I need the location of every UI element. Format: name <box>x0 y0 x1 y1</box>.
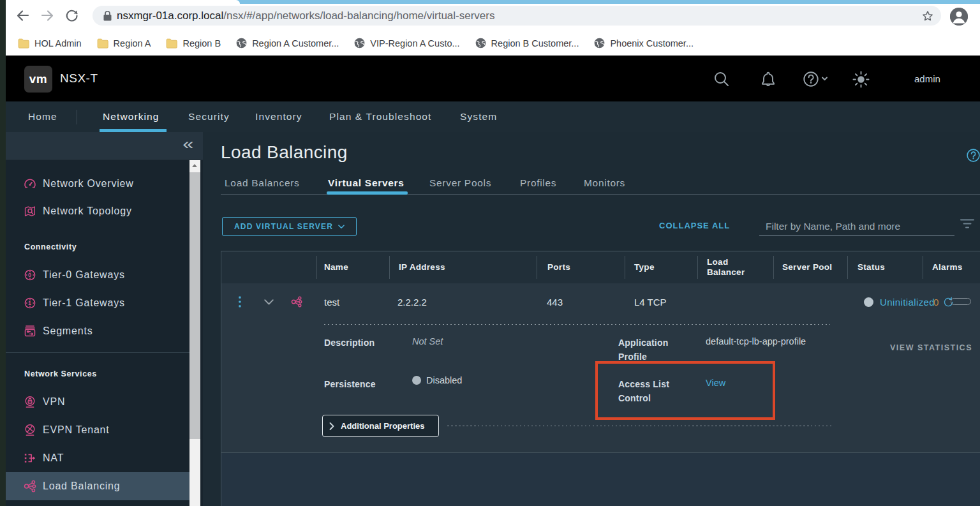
nav-tab-inventory[interactable]: Inventory <box>255 101 302 132</box>
bookmark-label: Region B Customer... <box>491 38 579 48</box>
vmware-logo[interactable]: vm <box>24 66 52 93</box>
bookmark-star-icon[interactable] <box>921 10 934 22</box>
segments-icon <box>24 325 36 338</box>
status-pill-icon <box>951 298 971 305</box>
notifications-bell-icon[interactable] <box>760 71 776 87</box>
nsx-app-header: vm NSX-T admin <box>0 56 980 101</box>
url-text[interactable]: nsxmgr-01a.corp.local/nsx/#/app/networks… <box>117 10 494 22</box>
nav-tab-networking[interactable]: Networking <box>103 101 160 132</box>
tier1-gateways-icon: 1 <box>24 297 36 309</box>
collapse-sidebar-icon[interactable]: « <box>182 135 193 153</box>
bookmark-hol-admin[interactable]: HOL Admin <box>18 38 82 48</box>
row-expand-chevron-icon[interactable] <box>264 283 274 320</box>
user-menu[interactable]: admin <box>914 56 940 101</box>
main-content: Load Balancing Load Balancers Virtual Se… <box>203 132 980 506</box>
sidebar-item-tier1-gateways[interactable]: 1 Tier-1 Gateways <box>6 289 189 317</box>
nav-tab-home[interactable]: Home <box>28 101 57 132</box>
column-header-alarms[interactable]: Alarms <box>932 251 963 283</box>
help-menu-icon[interactable] <box>803 71 828 87</box>
sidebar-item-label: EVPN Tenant <box>43 424 110 436</box>
cell-status: Uninitialized <box>864 283 935 320</box>
forward-icon[interactable] <box>40 8 55 24</box>
column-header-server-pool[interactable]: Server Pool <box>782 251 832 283</box>
row-menu-kebab-icon[interactable] <box>239 283 241 320</box>
nat-icon <box>24 452 36 465</box>
sidebar-item-nat[interactable]: NAT <box>6 444 189 472</box>
bookmark-region-b[interactable]: Region B <box>166 38 221 48</box>
column-separator <box>923 256 923 279</box>
url-host: nsxmgr-01a.corp.local <box>117 10 223 22</box>
sidebar-item-tier0-gateways[interactable]: 0 Tier-0 Gateways <box>6 261 189 289</box>
column-header-load-balancer[interactable]: Load Balancer <box>707 251 766 283</box>
details-bottom-rule <box>221 452 980 453</box>
sidebar-item-label: Load Balancing <box>43 480 121 492</box>
column-header-ports[interactable]: Ports <box>547 251 570 283</box>
column-header-ip-address[interactable]: IP Address <box>399 251 445 283</box>
collapse-all-link[interactable]: COLLAPSE ALL <box>659 221 730 230</box>
tab-server-pools[interactable]: Server Pools <box>429 177 491 193</box>
bookmark-region-a[interactable]: Region A <box>97 38 151 48</box>
dotted-separator <box>324 324 830 325</box>
cell-name[interactable]: test <box>324 283 339 320</box>
evpn-tenant-icon <box>24 424 36 436</box>
search-icon[interactable] <box>713 71 730 87</box>
bookmark-label: Region A <box>114 38 151 48</box>
bookmarks-bar: HOL Admin Region A Region B Region A Cus… <box>0 31 980 56</box>
scrollbar-up-arrow[interactable] <box>189 160 200 171</box>
theme-sun-icon[interactable] <box>852 71 870 88</box>
application-profile-label: Application Profile <box>618 336 676 364</box>
sidebar-item-label: VPN <box>43 396 65 408</box>
filter-input[interactable] <box>759 219 954 236</box>
folder-icon <box>18 38 29 48</box>
dotted-separator <box>447 426 831 426</box>
sidebar-section-connectivity: Connectivity <box>24 242 77 251</box>
sidebar-item-network-overview[interactable]: Network Overview <box>6 170 189 198</box>
filter-icon[interactable] <box>960 219 974 230</box>
bookmark-vip-region-a[interactable]: VIP-Region A Custo... <box>354 38 459 48</box>
cell-alarms: 0 <box>933 283 939 320</box>
persistence-label: Persistence <box>324 377 376 391</box>
sidebar-item-evpn-tenant[interactable]: EVPN Tenant <box>6 416 189 444</box>
tier0-gateways-icon: 0 <box>24 269 36 281</box>
column-separator <box>316 256 317 279</box>
reload-icon[interactable] <box>64 8 80 24</box>
bookmark-label: HOL Admin <box>34 38 82 48</box>
sidebar: « Network Overview Network Topology Conn… <box>6 132 203 506</box>
sidebar-item-segments[interactable]: Segments <box>6 317 189 345</box>
column-header-type[interactable]: Type <box>634 251 655 283</box>
add-virtual-server-button[interactable]: ADD VIRTUAL SERVER <box>222 217 357 236</box>
page-help-icon[interactable] <box>967 149 980 162</box>
column-separator <box>537 256 537 279</box>
screen: nsxmgr-01a.corp.local/nsx/#/app/networks… <box>0 0 980 506</box>
scrollbar-thumb[interactable] <box>189 172 200 439</box>
table-row[interactable]: test 2.2.2.2 443 L4 TCP Uninitialized 0 <box>221 283 980 320</box>
column-header-status[interactable]: Status <box>858 251 885 283</box>
sidebar-item-vpn[interactable]: VPN <box>6 388 189 416</box>
bookmark-phoenix-customer[interactable]: Phoenix Customer... <box>594 38 694 48</box>
nav-tab-system[interactable]: System <box>460 101 497 132</box>
back-icon[interactable] <box>15 8 31 24</box>
sidebar-item-load-balancing[interactable]: Load Balancing <box>6 472 189 500</box>
nav-tab-plan-troubleshoot[interactable]: Plan & Troubleshoot <box>329 101 432 132</box>
tab-monitors[interactable]: Monitors <box>584 177 625 193</box>
address-bar[interactable]: nsxmgr-01a.corp.local/nsx/#/app/networks… <box>93 6 941 26</box>
folder-icon <box>97 38 108 48</box>
view-statistics-link[interactable]: VIEW STATISTICS <box>890 343 972 352</box>
browser-profile-avatar[interactable] <box>950 8 968 26</box>
annotation-highlight-rectangle <box>595 361 775 420</box>
sidebar-divider <box>6 352 189 353</box>
sidebar-scrollbar[interactable] <box>189 160 200 506</box>
cell-ports: 443 <box>547 283 563 320</box>
additional-properties-button[interactable]: Additional Properties <box>322 415 439 437</box>
column-separator <box>773 256 774 279</box>
nav-tab-security[interactable]: Security <box>188 101 230 132</box>
lock-icon[interactable] <box>103 11 112 21</box>
bookmark-region-a-customer[interactable]: Region A Customer... <box>236 38 339 48</box>
bookmark-region-b-customer[interactable]: Region B Customer... <box>475 38 579 48</box>
sidebar-item-label: Segments <box>43 325 93 337</box>
tab-load-balancers[interactable]: Load Balancers <box>225 177 300 193</box>
sidebar-item-network-topology[interactable]: Network Topology <box>6 197 189 225</box>
tab-profiles[interactable]: Profiles <box>520 177 556 193</box>
row-load-balancer-icon <box>291 283 302 320</box>
column-header-name[interactable]: Name <box>324 251 348 283</box>
